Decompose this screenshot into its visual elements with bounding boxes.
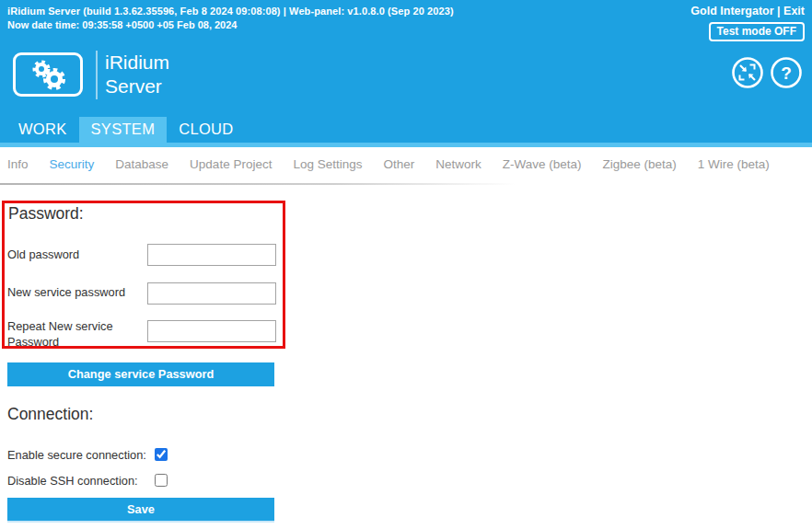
logo-separator (96, 51, 98, 99)
subnav-item-1wire[interactable]: 1 Wire (beta) (698, 157, 770, 171)
new-password-label: New service password (7, 284, 144, 300)
repeat-password-field[interactable] (147, 320, 276, 342)
test-mode-button[interactable]: Test mode OFF (709, 22, 805, 41)
new-password-field[interactable] (147, 282, 276, 305)
build-info-text: iRidium Server (build 1.3.62.35596, Feb … (7, 6, 454, 17)
help-icon[interactable]: ? (770, 56, 803, 89)
svg-text:?: ? (781, 63, 792, 83)
disable-ssh-connection-label: Disable SSH connection: (7, 474, 138, 488)
user-area: Gold Intergator | Exit (690, 5, 805, 17)
user-name: Gold Intergator (690, 5, 773, 17)
logo-title: iRidium Server (105, 51, 169, 98)
subnav-item-info[interactable]: Info (7, 157, 29, 171)
old-password-label: Old password (7, 247, 144, 262)
gears-logo-icon (13, 52, 83, 97)
subnav-divider (0, 183, 516, 185)
date-time-text: Now date time: 09:35:58 +0500 +05 Feb 08… (7, 19, 237, 30)
disable-ssh-connection-checkbox[interactable] (155, 474, 168, 487)
old-password-field[interactable] (147, 244, 276, 266)
subnav-item-network[interactable]: Network (435, 157, 481, 171)
subnav-item-security[interactable]: Security (50, 157, 95, 171)
collapse-arrows-icon[interactable] (731, 56, 764, 89)
subnav-item-zigbee[interactable]: Zigbee (beta) (603, 157, 677, 171)
subnav-item-log-settings[interactable]: Log Settings (293, 157, 362, 171)
header-icons: ? (731, 56, 803, 89)
repeat-password-label: Repeat New service Password (7, 318, 144, 350)
iridium-server-webpanel: iRidium Server (build 1.3.62.35596, Feb … (0, 0, 812, 529)
connection-section-heading: Connection: (7, 405, 93, 424)
save-button[interactable]: Save (7, 498, 274, 521)
change-service-password-button[interactable]: Change service Password (7, 362, 274, 386)
exit-link[interactable]: Exit (783, 5, 805, 17)
header: iRidium Server (build 1.3.62.35596, Feb … (0, 0, 812, 147)
enable-secure-connection-label: Enable secure connection: (7, 448, 146, 462)
subnav-item-update-project[interactable]: Update Project (190, 157, 272, 171)
subnav-item-database[interactable]: Database (115, 157, 168, 171)
subnav-item-zwave[interactable]: Z-Wave (beta) (503, 157, 582, 171)
enable-secure-connection-checkbox[interactable] (155, 448, 168, 461)
subnav: InfoSecurityDatabaseUpdate ProjectLog Se… (7, 157, 791, 171)
subnav-item-other[interactable]: Other (383, 157, 414, 171)
logo-title-line1: iRidium (105, 51, 169, 75)
tab-underline-strip (0, 143, 812, 147)
logo-title-line2: Server (105, 75, 169, 98)
user-exit-separator: | (774, 5, 783, 17)
